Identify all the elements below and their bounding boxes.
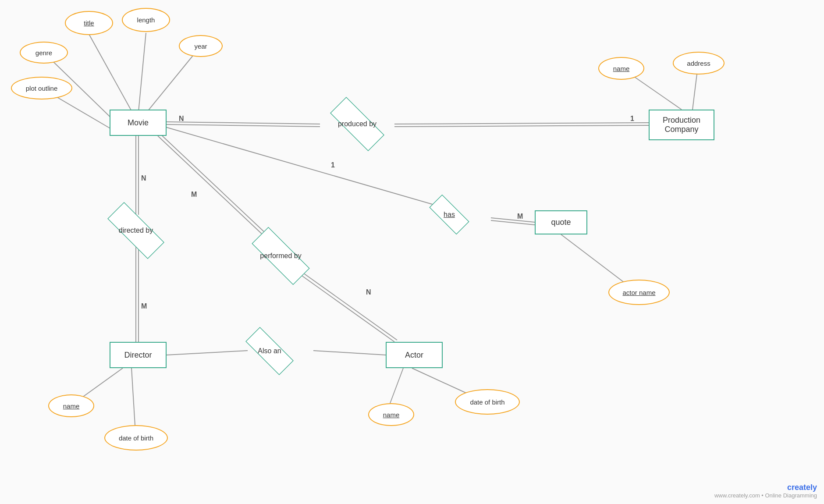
entity-movie: Movie: [110, 110, 167, 136]
svg-line-21: [491, 220, 535, 225]
svg-line-1: [138, 33, 146, 116]
entity-production-company: Production Company: [649, 110, 714, 140]
attribute-director-name: name: [48, 394, 94, 417]
cardinality-n-movie-produced: N: [179, 115, 184, 123]
svg-line-26: [131, 368, 135, 425]
relationship-produced-by: produced by: [320, 109, 394, 139]
attribute-pc-name: name: [598, 57, 644, 80]
svg-line-19: [166, 127, 438, 206]
relationship-performed-by: performed by: [240, 240, 321, 272]
cardinality-m-directed-director: M: [141, 302, 147, 310]
attribute-actor-name: actor name: [608, 280, 670, 305]
attribute-actor-attr-name: name: [368, 403, 414, 426]
attribute-title: title: [65, 11, 113, 35]
attribute-year: year: [179, 35, 223, 57]
svg-line-6: [167, 124, 320, 127]
cardinality-m-movie-performed: M: [191, 191, 197, 199]
attribute-actor-dob: date of birth: [455, 389, 520, 415]
cardinality-1-movie-has: 1: [331, 161, 335, 169]
cardinality-m-has-quote: M: [517, 213, 523, 220]
cardinality-n-performed-actor: N: [366, 288, 371, 296]
cardinality-n-movie-directed: N: [141, 174, 146, 182]
relationship-has: has: [423, 202, 476, 227]
svg-line-20: [491, 218, 535, 222]
svg-line-2: [145, 46, 201, 115]
cardinality-1-produced-pc: 1: [630, 115, 634, 123]
svg-line-24: [313, 351, 386, 355]
watermark: creately www.creately.com • Online Diagr…: [714, 483, 817, 499]
svg-line-17: [296, 272, 394, 342]
svg-line-8: [394, 125, 649, 127]
attribute-pc-address: address: [673, 52, 725, 75]
attribute-length: length: [122, 8, 170, 32]
svg-line-28: [390, 368, 403, 403]
entity-director: Director: [110, 342, 167, 368]
diagram-canvas: Movie Production Company Director Actor …: [0, 0, 824, 504]
attribute-director-dob: date of birth: [104, 425, 168, 451]
svg-line-16: [160, 134, 274, 241]
svg-line-5: [167, 122, 320, 124]
relationship-also-an: Also an: [237, 337, 302, 365]
svg-line-7: [394, 123, 649, 124]
relationship-directed-by: directed by: [96, 215, 175, 246]
attribute-genre: genre: [20, 42, 68, 64]
entity-quote: quote: [535, 210, 587, 234]
attribute-plot-outline: plot outline: [11, 77, 72, 99]
entity-actor: Actor: [386, 342, 443, 368]
svg-line-18: [299, 270, 397, 340]
svg-line-23: [167, 351, 248, 355]
